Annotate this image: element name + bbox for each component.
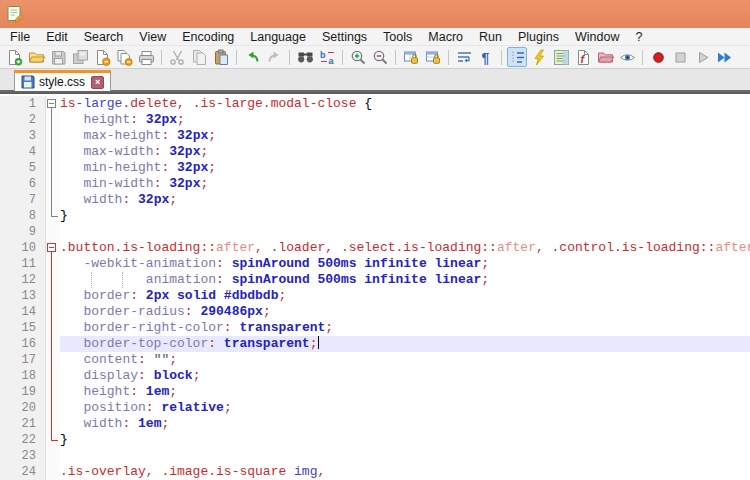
fold-margin[interactable]	[46, 304, 60, 320]
fold-margin[interactable]	[46, 400, 60, 416]
menu-item-run[interactable]: Run	[471, 29, 510, 45]
fold-margin[interactable]	[46, 448, 60, 464]
run-macro-multiple-icon[interactable]	[714, 47, 734, 67]
fold-margin[interactable]	[46, 336, 60, 352]
menu-item-search[interactable]: Search	[76, 29, 132, 45]
stop-macro-icon[interactable]	[670, 47, 690, 67]
fold-margin[interactable]	[46, 432, 60, 448]
code-line[interactable]: 14 border-radius: 290486px;	[0, 304, 750, 320]
menu-item-help[interactable]: ?	[627, 29, 650, 45]
new-file-icon[interactable]	[4, 47, 24, 67]
code-text[interactable]: display: block;	[60, 368, 750, 384]
code-text[interactable]: border-radius: 290486px;	[60, 304, 750, 320]
fold-margin[interactable]	[46, 352, 60, 368]
code-line[interactable]: 13 border: 2px solid #dbdbdb;	[0, 288, 750, 304]
function-list-icon[interactable]: f	[573, 47, 593, 67]
code-line[interactable]: 11 -webkit-animation: spinAround 500ms i…	[0, 256, 750, 272]
code-line[interactable]: 7 width: 32px;	[0, 192, 750, 208]
menu-item-encoding[interactable]: Encoding	[174, 29, 242, 45]
code-line[interactable]: 2 height: 32px;	[0, 112, 750, 128]
tab-close-icon[interactable]: ×	[91, 76, 104, 89]
code-line[interactable]: 4 max-width: 32px;	[0, 144, 750, 160]
open-file-icon[interactable]	[26, 47, 46, 67]
code-text[interactable]	[60, 224, 750, 240]
code-line[interactable]: 24.is-overlay, .image.is-square img,	[0, 464, 750, 480]
code-editor[interactable]: 1is-large.delete, .is-large.modal-close …	[0, 94, 750, 480]
function-completion-icon[interactable]	[529, 47, 549, 67]
play-macro-icon[interactable]	[692, 47, 712, 67]
code-line[interactable]: 19 height: 1em;	[0, 384, 750, 400]
sync-vertical-scroll-icon[interactable]	[401, 47, 421, 67]
undo-icon[interactable]	[242, 47, 262, 67]
code-line[interactable]: 9	[0, 224, 750, 240]
fold-margin[interactable]	[46, 256, 60, 272]
code-text[interactable]: animation: spinAround 500ms infinite lin…	[60, 272, 750, 288]
code-line[interactable]: 3 max-height: 32px;	[0, 128, 750, 144]
fold-margin[interactable]	[46, 368, 60, 384]
fold-margin[interactable]	[46, 160, 60, 176]
close-file-icon[interactable]	[92, 47, 112, 67]
code-line[interactable]: 21 width: 1em;	[0, 416, 750, 432]
fold-margin[interactable]	[46, 384, 60, 400]
code-line[interactable]: 23	[0, 448, 750, 464]
redo-icon[interactable]	[264, 47, 284, 67]
fold-margin[interactable]	[46, 192, 60, 208]
code-line[interactable]: 20 position: relative;	[0, 400, 750, 416]
menu-item-file[interactable]: File	[2, 29, 38, 45]
code-line[interactable]: 16 border-top-color: transparent;	[0, 336, 750, 352]
fold-margin[interactable]	[46, 144, 60, 160]
show-all-characters-icon[interactable]: ¶	[476, 47, 496, 67]
code-text[interactable]: height: 1em;	[60, 384, 750, 400]
menu-item-macro[interactable]: Macro	[420, 29, 471, 45]
code-line[interactable]: 6 min-width: 32px;	[0, 176, 750, 192]
code-text[interactable]: max-width: 32px;	[60, 144, 750, 160]
code-text[interactable]: width: 1em;	[60, 416, 750, 432]
code-text[interactable]: border: 2px solid #dbdbdb;	[60, 288, 750, 304]
menu-item-view[interactable]: View	[131, 29, 174, 45]
code-text[interactable]: .button.is-loading::after, .loader, .sel…	[60, 240, 750, 256]
code-text[interactable]: border-top-color: transparent;	[60, 336, 750, 352]
cut-icon[interactable]	[167, 47, 187, 67]
code-text[interactable]: min-width: 32px;	[60, 176, 750, 192]
code-line[interactable]: 15 border-right-color: transparent;	[0, 320, 750, 336]
fold-margin[interactable]	[46, 272, 60, 288]
folder-as-workspace-icon[interactable]	[595, 47, 615, 67]
code-text[interactable]: content: "";	[60, 352, 750, 368]
code-text[interactable]: .is-overlay, .image.is-square img,	[60, 464, 750, 480]
code-line[interactable]: 17 content: "";	[0, 352, 750, 368]
code-line[interactable]: 22}	[0, 432, 750, 448]
print-icon[interactable]	[136, 47, 156, 67]
fold-margin[interactable]	[46, 320, 60, 336]
code-text[interactable]: }	[60, 432, 750, 448]
fold-margin[interactable]	[46, 288, 60, 304]
tab-style-css[interactable]: style.css ×	[14, 70, 111, 91]
menu-item-language[interactable]: Language	[242, 29, 314, 45]
copy-icon[interactable]	[189, 47, 209, 67]
code-text[interactable]: -webkit-animation: spinAround 500ms infi…	[60, 256, 750, 272]
word-wrap-icon[interactable]	[454, 47, 474, 67]
zoom-out-icon[interactable]	[370, 47, 390, 67]
code-line[interactable]: 8}	[0, 208, 750, 224]
zoom-in-icon[interactable]	[348, 47, 368, 67]
fold-margin[interactable]	[46, 112, 60, 128]
code-text[interactable]: border-right-color: transparent;	[60, 320, 750, 336]
code-line[interactable]: 10.button.is-loading::after, .loader, .s…	[0, 240, 750, 256]
code-text[interactable]: position: relative;	[60, 400, 750, 416]
replace-icon[interactable]: ba	[317, 47, 337, 67]
menu-item-plugins[interactable]: Plugins	[510, 29, 567, 45]
code-text[interactable]: }	[60, 208, 750, 224]
fold-margin[interactable]	[46, 240, 60, 256]
record-macro-icon[interactable]	[648, 47, 668, 67]
menu-item-settings[interactable]: Settings	[314, 29, 375, 45]
code-line[interactable]: 1is-large.delete, .is-large.modal-close …	[0, 96, 750, 112]
close-all-icon[interactable]	[114, 47, 134, 67]
sync-horizontal-scroll-icon[interactable]	[423, 47, 443, 67]
code-text[interactable]: is-large.delete, .is-large.modal-close {	[60, 96, 750, 112]
code-line[interactable]: 12 animation: spinAround 500ms infinite …	[0, 272, 750, 288]
save-all-icon[interactable]	[70, 47, 90, 67]
fold-collapse-icon[interactable]	[47, 99, 56, 108]
code-text[interactable]: max-height: 32px;	[60, 128, 750, 144]
fold-margin[interactable]	[46, 464, 60, 480]
menu-item-window[interactable]: Window	[567, 29, 627, 45]
code-text[interactable]: width: 32px;	[60, 192, 750, 208]
